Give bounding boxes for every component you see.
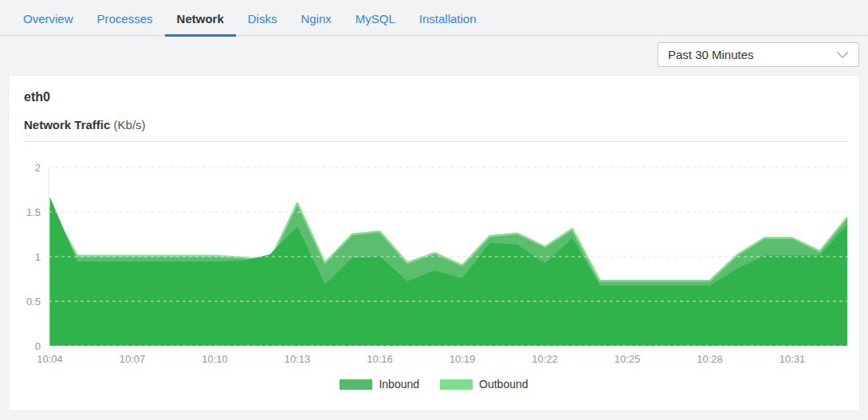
tab-overview[interactable]: Overview xyxy=(11,1,85,37)
chart-unit: (Kb/s) xyxy=(114,118,146,131)
y-tick-label: 1.5 xyxy=(26,206,41,218)
legend-item-outbound[interactable]: Outbound xyxy=(440,378,528,391)
legend-swatch-outbound xyxy=(440,379,473,390)
tab-mysql[interactable]: MySQL xyxy=(344,1,407,37)
network-traffic-chart[interactable]: 00.511.5210:0410:0710:1010:1310:1610:191… xyxy=(9,155,859,371)
chart-title: Network Traffic (Kb/s) xyxy=(9,104,859,131)
tab-processes[interactable]: Processes xyxy=(85,1,165,37)
chart-legend: InboundOutbound xyxy=(9,378,859,391)
interface-title: eth0 xyxy=(9,76,859,104)
y-tick-label: 0.5 xyxy=(26,296,41,308)
y-tick-label: 2 xyxy=(35,162,41,174)
tab-network[interactable]: Network xyxy=(165,1,236,37)
x-tick-label: 10:07 xyxy=(120,353,146,365)
x-tick-label: 10:13 xyxy=(285,353,311,365)
tab-nginx[interactable]: Nginx xyxy=(289,1,343,37)
x-tick-label: 10:04 xyxy=(37,353,63,365)
tab-disks[interactable]: Disks xyxy=(236,1,289,37)
x-tick-label: 10:19 xyxy=(450,353,476,365)
x-tick-label: 10:22 xyxy=(532,353,558,365)
time-range-dropdown[interactable]: Past 30 Minutes xyxy=(658,42,859,67)
divider xyxy=(24,141,847,142)
legend-swatch-inbound xyxy=(340,379,372,390)
legend-item-inbound[interactable]: Inbound xyxy=(340,378,419,391)
time-range-value: Past 30 Minutes xyxy=(668,48,754,61)
chevron-down-icon xyxy=(836,51,849,59)
legend-label-inbound: Inbound xyxy=(379,378,419,391)
x-tick-label: 10:16 xyxy=(367,353,393,365)
x-tick-label: 10:28 xyxy=(697,353,723,365)
x-tick-label: 10:31 xyxy=(780,353,806,365)
chart-title-text: Network Traffic xyxy=(24,118,110,131)
x-tick-label: 10:10 xyxy=(202,353,228,365)
x-tick-label: 10:25 xyxy=(615,353,641,365)
legend-label-outbound: Outbound xyxy=(479,378,528,391)
y-tick-label: 1 xyxy=(35,251,41,263)
y-tick-label: 0 xyxy=(35,340,41,352)
tab-bar: OverviewProcessesNetworkDisksNginxMySQLI… xyxy=(0,0,868,36)
tab-installation[interactable]: Installation xyxy=(407,1,489,37)
network-chart-card: eth0 Network Traffic (Kb/s) 00.511.5210:… xyxy=(9,76,859,410)
toolbar: Past 30 Minutes xyxy=(0,36,868,76)
